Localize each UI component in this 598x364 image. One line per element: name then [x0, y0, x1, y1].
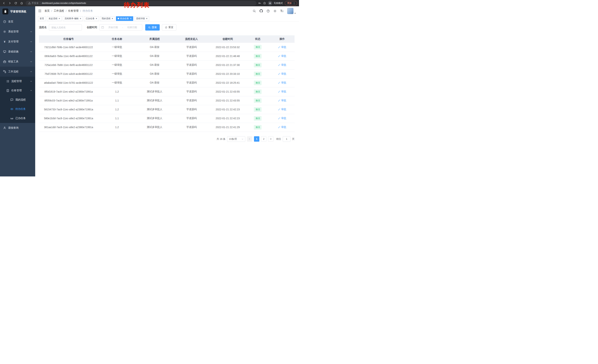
fullscreen-icon[interactable]: [274, 9, 277, 13]
status-badge: 激活: [254, 54, 262, 58]
tab-item[interactable]: 已办任务×: [84, 16, 99, 21]
initiator-cell: 芋道源码: [173, 43, 210, 52]
navbar-actions: TT: [253, 8, 296, 14]
sidebar-item-devtools[interactable]: 研发工具: [0, 57, 35, 67]
glasses-icon: [10, 117, 13, 120]
table-row: 069c6a63-7b8a-11ec-8ef0-acde48001122一级审批…: [39, 52, 295, 61]
tab-label: 已办任务: [86, 17, 94, 20]
tab-item[interactable]: 我的流程×: [100, 16, 115, 21]
user-menu[interactable]: [287, 8, 296, 14]
forward-icon[interactable]: [8, 1, 12, 5]
hamburger-icon[interactable]: [38, 9, 42, 13]
sidebar-item-done-tasks[interactable]: 已办任务: [0, 114, 35, 123]
sidebar-item-task-mgmt[interactable]: 任务管理: [0, 86, 35, 95]
end-date-placeholder[interactable]: 结束日期: [124, 26, 140, 29]
back-icon[interactable]: [2, 1, 6, 5]
reset-button[interactable]: 重置: [162, 24, 176, 31]
sidebar-item-home[interactable]: 首页: [0, 17, 35, 27]
update-button[interactable]: 更新 ⋮: [285, 1, 297, 6]
home-icon[interactable]: [20, 1, 24, 5]
url-text[interactable]: dashboard.yudao.iocoder.cn/bpm/task/todo: [42, 2, 86, 4]
workflow-submenu: 流程管理 任务管理 我的流程 待办任务 已办任务: [0, 77, 35, 123]
task-id-cell: 8f059c03-7ac8-11ec-a9e2-a2380e71991a: [39, 96, 98, 105]
page-size-select[interactable]: 10条/页: [227, 136, 245, 142]
goto-page-input[interactable]: [283, 136, 291, 142]
breadcrumb-item[interactable]: 任务管理: [68, 9, 79, 13]
status-cell: 激活: [246, 61, 270, 69]
sidebar-item-leave-query[interactable]: 请假查询: [0, 123, 35, 133]
status-badge: 激活: [254, 125, 262, 129]
approve-link[interactable]: 审批: [278, 117, 286, 120]
close-icon[interactable]: ×: [58, 17, 60, 20]
initiator-cell: 芋道源码: [173, 105, 210, 114]
close-icon[interactable]: ×: [96, 17, 97, 20]
search-button[interactable]: 搜索: [145, 24, 160, 31]
search-icon[interactable]: [253, 9, 256, 13]
key-icon[interactable]: [258, 2, 261, 5]
page-button-2[interactable]: 2: [261, 136, 266, 142]
address-bar[interactable]: 不安全 dashboard.yudao.iocoder.cn/bpm/task/…: [25, 1, 256, 6]
tab-item[interactable]: 首页: [38, 16, 46, 21]
approve-link[interactable]: 审批: [278, 108, 286, 111]
approve-link[interactable]: 审批: [278, 46, 286, 49]
approve-link[interactable]: 审批: [278, 72, 286, 75]
incognito-label: 无痕模式: [274, 2, 283, 5]
status-badge: 激活: [254, 98, 262, 103]
approve-link[interactable]: 审批: [278, 54, 286, 58]
star-icon[interactable]: [263, 2, 266, 5]
sidebar-item-system[interactable]: 系统管理: [0, 27, 35, 37]
update-label: 更新: [287, 2, 292, 5]
sidebar-item-process-mgmt[interactable]: 流程管理: [0, 77, 35, 86]
status-cell: 激活: [246, 78, 270, 87]
breadcrumb-item[interactable]: 工作流程: [54, 9, 64, 13]
breadcrumb-item[interactable]: 首页: [44, 9, 50, 13]
tab-item[interactable]: 流程详情×: [134, 16, 149, 21]
date-range-picker[interactable]: 开始日期 - 结束日期: [99, 24, 142, 31]
created-time-cell: 2022-01-21 22:43:55: [210, 96, 246, 105]
sidebar-item-payment[interactable]: ¥ 支付管理: [0, 37, 35, 47]
insecure-label: 不安全: [32, 2, 39, 5]
close-icon[interactable]: ×: [146, 17, 148, 20]
avatar[interactable]: [287, 8, 293, 14]
close-icon[interactable]: ×: [80, 17, 81, 20]
sidebar-item-todo-tasks[interactable]: 待办任务: [0, 105, 35, 114]
chevron-down-icon: [30, 31, 32, 32]
process-name-input[interactable]: [49, 24, 82, 31]
approve-link[interactable]: 审批: [278, 99, 286, 102]
security-status[interactable]: 不安全: [28, 2, 39, 5]
prev-page-button[interactable]: [247, 136, 252, 142]
sidebar-item-label: 工作流程: [8, 70, 18, 73]
task-name-cell: 1.1: [98, 96, 136, 105]
page-button-1[interactable]: 1: [254, 136, 259, 142]
menu-dots-icon[interactable]: ⋮: [293, 2, 295, 5]
close-icon[interactable]: ×: [112, 17, 113, 20]
goto-label: 前往: [276, 138, 281, 141]
approve-link[interactable]: 审批: [278, 126, 286, 129]
task-id-cell: 75d72608-7b7f-11ec-a3c8-acde48001122: [39, 69, 98, 78]
approve-link[interactable]: 审批: [278, 63, 286, 67]
reload-icon[interactable]: [14, 1, 18, 5]
tab-item[interactable]: 流程表单-编辑×: [63, 16, 83, 21]
sidebar-item-workflow[interactable]: 工作流程: [0, 67, 35, 77]
tab-item[interactable]: 发起流程×: [47, 16, 62, 21]
approve-label: 审批: [281, 108, 286, 111]
github-icon[interactable]: [259, 9, 263, 13]
next-page-button[interactable]: [268, 136, 274, 142]
tab-label: 待办任务: [120, 17, 129, 20]
help-icon[interactable]: [266, 9, 270, 13]
approve-link[interactable]: 审批: [278, 81, 286, 84]
start-date-placeholder[interactable]: 开始日期: [105, 26, 121, 29]
tab-item[interactable]: 待办任务×: [116, 16, 133, 21]
status-badge: 激活: [254, 116, 262, 121]
sidebar-item-my-process[interactable]: 我的流程: [0, 95, 35, 105]
approve-link[interactable]: 审批: [278, 90, 286, 93]
tab-label: 发起流程: [49, 17, 58, 20]
chevron-down-icon: [241, 138, 243, 140]
sidebar-item-infrastructure[interactable]: 基础设施: [0, 47, 35, 57]
font-size-icon[interactable]: TT: [280, 9, 283, 13]
status-cell: 激活: [246, 114, 270, 123]
sidebar-item-label: 我的流程: [15, 98, 26, 101]
close-icon[interactable]: ×: [130, 17, 132, 20]
task-id-cell: 381aa1dd-7ac8-11ec-a9e2-a2380e71991a: [39, 123, 98, 132]
reset-button-label: 重置: [168, 26, 173, 29]
